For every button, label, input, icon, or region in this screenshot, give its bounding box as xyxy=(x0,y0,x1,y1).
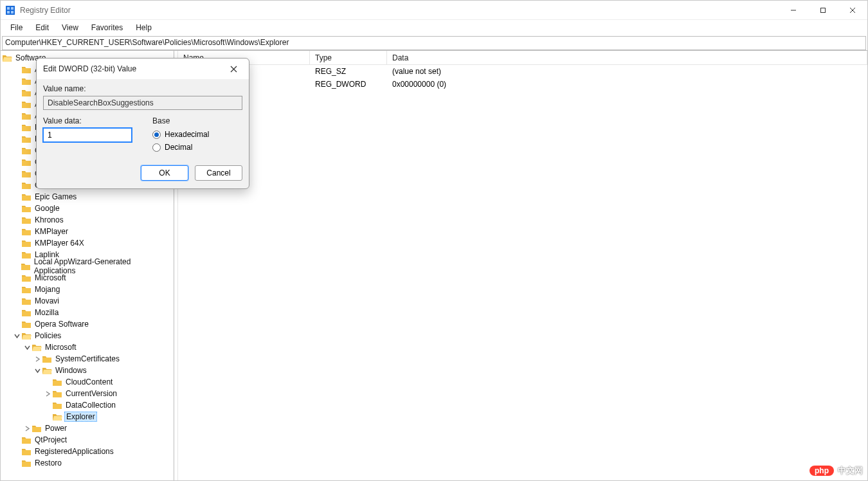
value-row[interactable]: REG_SZ(value not set) xyxy=(178,65,867,78)
folder-icon xyxy=(21,458,32,467)
expander-icon[interactable] xyxy=(33,356,42,362)
menu-file[interactable]: File xyxy=(5,21,28,34)
value-data-input[interactable] xyxy=(43,128,132,142)
menu-view[interactable]: View xyxy=(56,21,84,34)
radio-dec-dot[interactable] xyxy=(152,143,161,152)
tree-item[interactable]: Mojang xyxy=(1,284,174,295)
tree-item[interactable]: SystemCertificates xyxy=(1,353,174,365)
tree-item[interactable]: KMPlayer xyxy=(1,226,174,237)
tree-item[interactable]: Restoro xyxy=(1,457,174,469)
address-bar[interactable]: Computer\HKEY_CURRENT_USER\Software\Poli… xyxy=(2,36,866,50)
column-type[interactable]: Type xyxy=(310,51,387,64)
tree-item-label: Khronos xyxy=(33,215,65,224)
folder-icon xyxy=(52,389,62,398)
folder-icon xyxy=(21,169,32,178)
tree-item-label: KMPlayer xyxy=(33,227,69,236)
tree-item-label: Explorer xyxy=(64,412,97,422)
tree-item-label: SystemCertificates xyxy=(54,354,121,363)
column-data[interactable]: Data xyxy=(387,51,867,64)
menubar: File Edit View Favorites Help xyxy=(1,20,867,35)
base-label: Base xyxy=(152,116,242,125)
tree-item-label: Microsoft xyxy=(33,273,68,282)
close-button[interactable] xyxy=(838,1,867,20)
minimize-button[interactable] xyxy=(779,1,808,20)
folder-icon xyxy=(42,354,52,363)
values-panel: Name Type Data REG_SZ(value not set)xSug… xyxy=(178,51,867,480)
tree-item-label: Mozilla xyxy=(33,308,60,317)
tree-item-label: CloudContent xyxy=(64,377,114,386)
tree-item-label: Microsoft xyxy=(44,343,78,352)
tree-item[interactable]: Policies xyxy=(1,330,174,341)
folder-icon xyxy=(21,227,32,236)
menu-help[interactable]: Help xyxy=(130,21,158,34)
tree-item[interactable]: RegisteredApplications xyxy=(1,446,174,457)
radio-hex-dot[interactable] xyxy=(152,131,161,139)
menu-favorites[interactable]: Favorites xyxy=(86,21,129,34)
folder-icon xyxy=(21,146,32,155)
tree-item-label: RegisteredApplications xyxy=(33,447,115,456)
tree-item-label: Policies xyxy=(33,331,62,340)
expander-icon[interactable] xyxy=(23,426,32,431)
radio-hexadecimal[interactable]: Hexadecimal xyxy=(152,128,242,141)
maximize-button[interactable] xyxy=(808,1,838,20)
tree-item[interactable]: Khronos xyxy=(1,214,174,226)
folder-icon xyxy=(21,100,32,109)
value-data: (value not set) xyxy=(387,67,867,76)
tree-item-label: Windows xyxy=(54,366,88,375)
folder-icon xyxy=(21,285,32,294)
radio-decimal[interactable]: Decimal xyxy=(152,141,242,154)
folder-icon xyxy=(32,343,42,352)
values-body[interactable]: REG_SZ(value not set)xSuggestionsREG_DWO… xyxy=(178,65,867,480)
folder-icon xyxy=(21,296,32,305)
folder-icon xyxy=(21,447,32,456)
value-name-label: Value name: xyxy=(43,84,242,93)
tree-item[interactable]: Power xyxy=(1,422,174,434)
tree-item-label: Movavi xyxy=(33,296,60,305)
tree-item[interactable]: Google xyxy=(1,203,174,214)
dialog-titlebar[interactable]: Edit DWORD (32-bit) Value xyxy=(37,59,249,79)
menu-edit[interactable]: Edit xyxy=(30,21,55,34)
value-name-input[interactable] xyxy=(43,96,242,110)
window-title: Registry Editor xyxy=(20,6,71,15)
tree-item[interactable]: DataCollection xyxy=(1,399,174,411)
tree-item-label: QtProject xyxy=(33,435,68,444)
tree-item-label: DataCollection xyxy=(64,401,117,410)
tree-item[interactable]: Windows xyxy=(1,365,174,376)
tree-item[interactable]: CurrentVersion xyxy=(1,388,174,399)
expander-icon[interactable] xyxy=(12,333,21,339)
folder-icon xyxy=(21,273,32,282)
folder-icon xyxy=(21,111,32,120)
watermark-pill: php xyxy=(809,466,834,476)
tree-item[interactable]: Mozilla xyxy=(1,307,174,318)
radio-hex-label: Hexadecimal xyxy=(165,130,209,139)
tree-item[interactable]: KMPlayer 64X xyxy=(1,237,174,249)
folder-icon xyxy=(21,435,32,444)
tree-item[interactable]: Explorer xyxy=(1,411,174,422)
tree-item[interactable]: CloudContent xyxy=(1,376,174,388)
expander-icon[interactable] xyxy=(43,391,52,397)
expander-icon[interactable] xyxy=(33,368,42,374)
tree-item-label: Mojang xyxy=(33,285,61,294)
folder-icon xyxy=(52,401,62,410)
tree-item[interactable]: Epic Games xyxy=(1,191,174,203)
folder-icon xyxy=(21,123,32,132)
tree-item[interactable]: Local AppWizard-Generated Applications xyxy=(1,260,174,272)
tree-item[interactable]: Opera Software xyxy=(1,318,174,330)
cancel-button[interactable]: Cancel xyxy=(195,165,242,181)
value-row[interactable]: xSuggestionsREG_DWORD0x00000000 (0) xyxy=(178,78,867,91)
tree-item-label: Opera Software xyxy=(33,320,90,329)
folder-icon xyxy=(21,77,32,86)
tree-item-label: Local AppWizard-Generated Applications xyxy=(33,257,170,275)
folder-icon xyxy=(21,192,32,201)
folder-icon xyxy=(42,366,52,375)
tree-item-label: KMPlayer 64X xyxy=(33,239,86,248)
ok-button[interactable]: OK xyxy=(141,165,188,181)
folder-icon xyxy=(2,53,12,62)
tree-item[interactable]: QtProject xyxy=(1,434,174,446)
svg-rect-3 xyxy=(7,11,10,14)
dialog-close-button[interactable] xyxy=(224,60,242,78)
folder-icon xyxy=(21,158,32,167)
tree-item[interactable]: Microsoft xyxy=(1,341,174,353)
expander-icon[interactable] xyxy=(23,345,32,350)
tree-item[interactable]: Movavi xyxy=(1,295,174,307)
